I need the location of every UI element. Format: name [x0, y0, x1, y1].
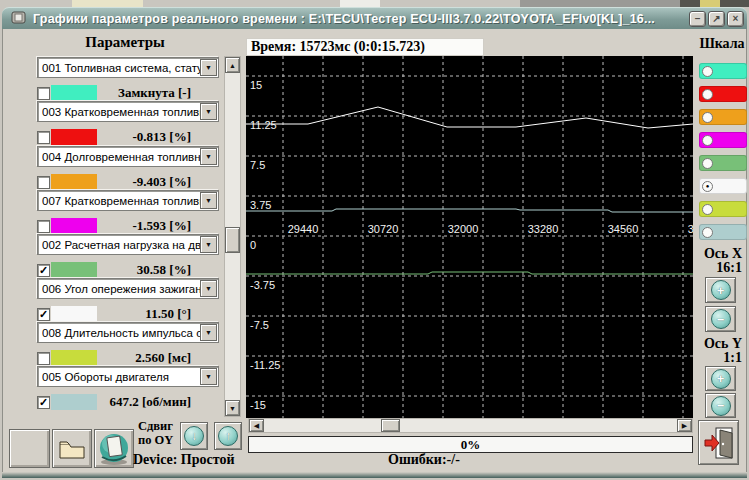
dropdown-arrow-icon[interactable]: ▼: [200, 236, 217, 253]
param-select-002[interactable]: 002 Расчетная нагрузка на двигател ▼: [37, 234, 219, 255]
scale-radio[interactable]: [702, 158, 713, 169]
shift-label-line2: по OY: [138, 433, 180, 447]
globe-document-icon: [96, 431, 132, 467]
plus-icon: +: [711, 280, 731, 300]
y-axis-tick-label: 7.5: [250, 159, 265, 171]
axis-x-zoom-out-button[interactable]: −: [705, 306, 736, 332]
param-checkbox-006[interactable]: ✓: [37, 308, 50, 321]
chart-plot-area[interactable]: 1511.257.53.750-3.75-7.5-11.25-152944030…: [246, 56, 693, 418]
param-value-row: -9.403 [%]: [37, 173, 219, 191]
y-axis-tick-label: 3.75: [250, 199, 271, 211]
save-button[interactable]: [94, 429, 134, 468]
scale-radio[interactable]: [702, 89, 713, 100]
x-axis-tick-label: 29440: [288, 223, 319, 235]
dropdown-arrow-icon[interactable]: ▼: [200, 192, 217, 209]
param-checkbox-005[interactable]: ✓: [37, 396, 50, 409]
param-checkbox-004[interactable]: [37, 176, 50, 189]
scale-radio[interactable]: ●: [702, 181, 713, 192]
chart-vertical-scrollbar[interactable]: ▲ ▼: [224, 56, 241, 417]
open-file-button[interactable]: [52, 429, 92, 468]
scale-swatch-row: [699, 109, 747, 125]
param-color-swatch: [51, 85, 97, 101]
minimize-button[interactable]: –: [689, 11, 706, 27]
scroll-up-button[interactable]: ▲: [225, 57, 240, 73]
param-select-004[interactable]: 004 Долговременная топливная кор ▼: [37, 146, 219, 167]
param-checkbox-002[interactable]: ✓: [37, 264, 50, 277]
exit-button[interactable]: [698, 420, 739, 465]
x-axis-tick-label: 34560: [608, 223, 639, 235]
param-select-007[interactable]: 007 Кратковременная топливная ко ▼: [37, 190, 219, 211]
param-checkbox-001[interactable]: [37, 87, 50, 100]
param-checkbox-008[interactable]: [37, 352, 50, 365]
scale-swatch-row: [699, 155, 747, 171]
close-button[interactable]: ×: [727, 11, 744, 27]
checkmark-icon: ✓: [39, 397, 48, 408]
background-app-fragment: [72, 0, 143, 7]
scale-radio[interactable]: [702, 135, 713, 146]
scale-radio[interactable]: [702, 112, 713, 123]
titlebar[interactable]: Графики параметров реального времени : E…: [2, 7, 747, 29]
axis-y-zoom-out-button[interactable]: −: [705, 393, 736, 418]
window-title: Графики параметров реального времени : E…: [33, 12, 687, 26]
param-select-label: 007 Кратковременная топливная ко: [38, 195, 200, 207]
scroll-left-button[interactable]: ◀: [249, 419, 264, 432]
series-line-1: [246, 209, 693, 212]
restore-button[interactable]: ↗: [708, 11, 725, 27]
progress-bar: 0%: [248, 436, 693, 453]
horizontal-scroll-thumb[interactable]: [381, 419, 400, 432]
y-axis-tick-label: 0: [250, 239, 256, 251]
series-line-0: [246, 107, 693, 128]
chart-horizontal-scrollbar[interactable]: ◀ ▶: [248, 418, 693, 433]
param-select-006[interactable]: 006 Угол опережения зажигания ▼: [37, 278, 219, 299]
scale-swatch-row: [699, 132, 747, 148]
checkmark-icon: ✓: [39, 309, 48, 320]
param-value-row: Замкнута [-]: [37, 84, 219, 102]
dropdown-arrow-icon[interactable]: ▼: [200, 280, 217, 297]
progress-value: 0%: [461, 437, 481, 453]
param-select-label: 003 Кратковременная топливная ко: [38, 106, 200, 118]
vertical-scroll-thumb[interactable]: [225, 227, 240, 253]
scale-swatch-row: [699, 224, 747, 240]
dropdown-arrow-icon[interactable]: ▼: [200, 368, 217, 385]
param-value: 2.560 [мс]: [97, 350, 219, 366]
scale-radio[interactable]: [702, 204, 713, 215]
scale-swatch-row: [699, 201, 747, 217]
param-color-swatch: [51, 394, 97, 410]
time-readout: Время: 15723мс (0:0:15.723): [246, 38, 484, 56]
app-window: Графики параметров реального времени : E…: [0, 0, 749, 480]
minus-icon: −: [711, 396, 731, 416]
param-value-row: ✓ 11.50 [°]: [37, 305, 219, 323]
errors-status: Ошибки:-/-: [388, 452, 460, 468]
scroll-down-button[interactable]: ▼: [225, 400, 240, 416]
background-app-fragment: [520, 0, 680, 7]
param-select-008[interactable]: 008 Длительность импульса открыт ▼: [37, 322, 219, 343]
dropdown-arrow-icon[interactable]: ▼: [200, 324, 217, 341]
axis-y-zoom-in-button[interactable]: +: [705, 366, 736, 391]
param-value-row: -1.593 [%]: [37, 217, 219, 235]
axis-x-zoom-in-button[interactable]: +: [705, 277, 736, 303]
param-select-003[interactable]: 003 Кратковременная топливная ко ▼: [37, 101, 219, 122]
up-arrow-icon: ↑: [218, 426, 238, 446]
checkmark-icon: ✓: [39, 265, 48, 276]
blank-tool-button[interactable]: [9, 429, 50, 468]
scale-radio[interactable]: [702, 66, 713, 77]
param-select-005[interactable]: 005 Обороты двигателя ▼: [37, 366, 219, 387]
background-app-fragment: [340, 0, 380, 7]
exit-door-icon: [703, 426, 735, 460]
param-checkbox-007[interactable]: [37, 220, 50, 233]
param-value-row: ✓ 30.58 [%]: [37, 261, 219, 279]
scroll-right-button[interactable]: ▶: [677, 419, 692, 432]
scale-radio[interactable]: [702, 227, 713, 238]
y-axis-tick-label: -11.25: [250, 359, 280, 371]
shift-down-button[interactable]: ↓: [180, 422, 208, 450]
param-checkbox-003[interactable]: [37, 131, 50, 144]
shift-up-button[interactable]: ↑: [214, 422, 242, 450]
errors-label: Ошибки:: [388, 452, 447, 467]
minus-icon: −: [711, 309, 731, 329]
dropdown-arrow-icon[interactable]: ▼: [200, 148, 217, 165]
background-app-fragment: [700, 0, 720, 7]
dropdown-arrow-icon[interactable]: ▼: [200, 103, 217, 120]
param-select-label: 004 Долговременная топливная кор: [38, 151, 200, 163]
dropdown-arrow-icon[interactable]: ▼: [200, 59, 217, 76]
param-select-001[interactable]: 001 Топливная система, статус #1 ▼: [37, 57, 219, 78]
